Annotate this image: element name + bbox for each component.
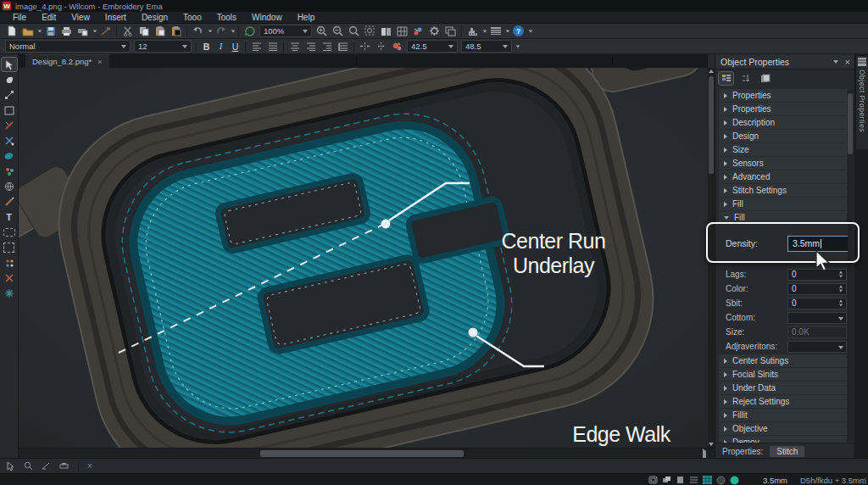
color-input[interactable]: 0 xyxy=(787,283,847,295)
categorized-view-icon[interactable] xyxy=(719,72,733,85)
section-objective[interactable]: Objective xyxy=(719,422,847,435)
sequin-tool[interactable] xyxy=(2,256,17,270)
machine-icon[interactable] xyxy=(465,25,481,38)
section-focial-sinits[interactable]: Focial Sinits xyxy=(719,368,847,381)
redo-dropdown-icon[interactable] xyxy=(231,30,236,32)
copy-icon[interactable] xyxy=(136,25,152,38)
menu-file[interactable]: File xyxy=(5,12,34,24)
knife-tool[interactable] xyxy=(2,119,17,132)
redo-icon[interactable] xyxy=(213,25,229,38)
ring-indicator-icon[interactable] xyxy=(716,476,726,484)
menu-insert[interactable]: Insert xyxy=(97,12,134,24)
line-spacing-icon[interactable] xyxy=(335,40,351,53)
letter-spacing-icon[interactable] xyxy=(357,40,373,53)
menu-edit[interactable]: Edit xyxy=(34,12,64,24)
zoom-actual-icon[interactable] xyxy=(346,25,362,38)
print-icon[interactable] xyxy=(58,25,75,38)
pen-tool[interactable] xyxy=(2,195,17,209)
color-indicator-icon[interactable] xyxy=(730,476,739,484)
menu-tooo[interactable]: Tooo xyxy=(175,12,209,24)
sbit-input[interactable]: 0 xyxy=(787,298,847,309)
align-center-icon[interactable] xyxy=(287,40,303,53)
adjraveritons-select[interactable] xyxy=(787,341,847,353)
remove-stitch-tool[interactable] xyxy=(2,271,17,285)
globe-tool[interactable] xyxy=(2,180,17,193)
canvas-vertical-scrollbar[interactable] xyxy=(708,68,715,448)
stitch-list-icon[interactable] xyxy=(487,25,504,38)
reshape-node-tool[interactable] xyxy=(2,88,17,102)
grid-toggle-icon[interactable] xyxy=(394,25,410,38)
align-right-icon[interactable] xyxy=(303,40,319,53)
kerning-icon[interactable] xyxy=(373,40,389,53)
dropdown-icon[interactable] xyxy=(838,346,843,349)
section-under-data[interactable]: Under Data xyxy=(719,382,847,394)
stitch-colors-icon[interactable] xyxy=(410,25,426,38)
new-file-icon[interactable] xyxy=(3,25,19,38)
scroll-up-icon[interactable] xyxy=(709,70,714,73)
design-canvas[interactable]: Center Run Underlay Edge Walk Underlay xyxy=(19,68,708,448)
section-fillit[interactable]: Fillit xyxy=(719,409,847,421)
hoop-toggle-icon[interactable] xyxy=(648,476,658,484)
italic-button[interactable]: I xyxy=(214,40,228,53)
bold-button[interactable]: B xyxy=(199,40,214,53)
section-properties[interactable]: Properties xyxy=(719,89,847,102)
document-tab[interactable]: Design_8.2.png* × xyxy=(25,54,109,68)
height-combo[interactable]: 48.5 xyxy=(461,40,512,53)
align-left-icon[interactable] xyxy=(248,40,264,53)
open-dropdown-icon[interactable] xyxy=(38,30,42,32)
overlap-windows-icon[interactable] xyxy=(442,25,459,38)
menu-window[interactable]: Window xyxy=(244,12,290,24)
paste-icon[interactable] xyxy=(152,25,168,38)
style-dropdown-icon[interactable] xyxy=(121,45,126,48)
alphabetical-sort-icon[interactable] xyxy=(738,72,753,85)
print-dropdown-icon[interactable] xyxy=(93,30,97,32)
close-view-icon[interactable]: × xyxy=(87,461,92,471)
motif-tool[interactable] xyxy=(2,164,17,178)
menu-help[interactable]: Help xyxy=(290,12,323,24)
toolbar-overflow-icon[interactable] xyxy=(529,30,533,32)
print-preview-icon[interactable] xyxy=(75,25,91,38)
font-size-combo[interactable]: 12 xyxy=(134,40,192,53)
lasso-tool[interactable] xyxy=(2,226,17,239)
panel-menu-icon[interactable] xyxy=(833,60,838,64)
section-advanced[interactable]: Advanced xyxy=(719,170,847,183)
section-reject-settings[interactable]: Reject Settings xyxy=(719,395,847,408)
menu-view[interactable]: View xyxy=(64,12,97,24)
spinner-icon[interactable] xyxy=(837,270,844,280)
list-dropdown-icon[interactable] xyxy=(506,30,510,32)
indent-left-icon[interactable] xyxy=(319,40,335,53)
undo-dropdown-icon[interactable] xyxy=(209,30,213,32)
zoom-out-icon[interactable] xyxy=(330,25,346,38)
undo-icon[interactable] xyxy=(190,25,206,38)
align-justify-icon[interactable] xyxy=(264,40,281,53)
scroll-down-icon[interactable] xyxy=(709,443,714,446)
section-center-sutings[interactable]: Center Sutings xyxy=(719,354,847,367)
marquee-tool[interactable] xyxy=(2,241,17,254)
section-fill-expanded[interactable]: Fill xyxy=(719,211,847,224)
panel-scroll-thumb[interactable] xyxy=(848,93,853,154)
section-sensors[interactable]: Sensors xyxy=(719,157,847,170)
section-fill[interactable]: Fill xyxy=(719,198,847,210)
zoom-selection-icon[interactable] xyxy=(362,25,378,38)
spinner-icon[interactable] xyxy=(837,284,844,294)
section-size[interactable]: Size xyxy=(719,143,847,156)
show-design-icon[interactable] xyxy=(378,25,394,38)
windows-toggle-icon[interactable] xyxy=(662,476,671,484)
sprinkle-tool[interactable] xyxy=(2,287,17,300)
section-stitch-settings[interactable]: Stitch Settings xyxy=(719,184,847,197)
color-effects-icon[interactable] xyxy=(389,40,405,53)
stitch-tab-button[interactable]: Stitch xyxy=(770,446,804,457)
cottom-select[interactable] xyxy=(787,312,847,324)
spinner-icon[interactable] xyxy=(837,298,844,309)
tab-close-icon[interactable]: × xyxy=(97,58,102,66)
format-overflow-icon[interactable] xyxy=(516,45,520,47)
cut-icon[interactable] xyxy=(120,25,136,38)
height-dropdown-icon[interactable] xyxy=(503,45,508,48)
machine-dropdown-icon[interactable] xyxy=(483,30,487,32)
size-dropdown-icon[interactable] xyxy=(182,45,187,48)
freehand-tool[interactable] xyxy=(2,73,17,86)
stitch-list-toggle-icon[interactable] xyxy=(689,476,698,484)
select-tool[interactable] xyxy=(2,58,17,71)
width-dropdown-icon[interactable] xyxy=(448,45,453,48)
menu-tools[interactable]: Tools xyxy=(209,12,244,24)
